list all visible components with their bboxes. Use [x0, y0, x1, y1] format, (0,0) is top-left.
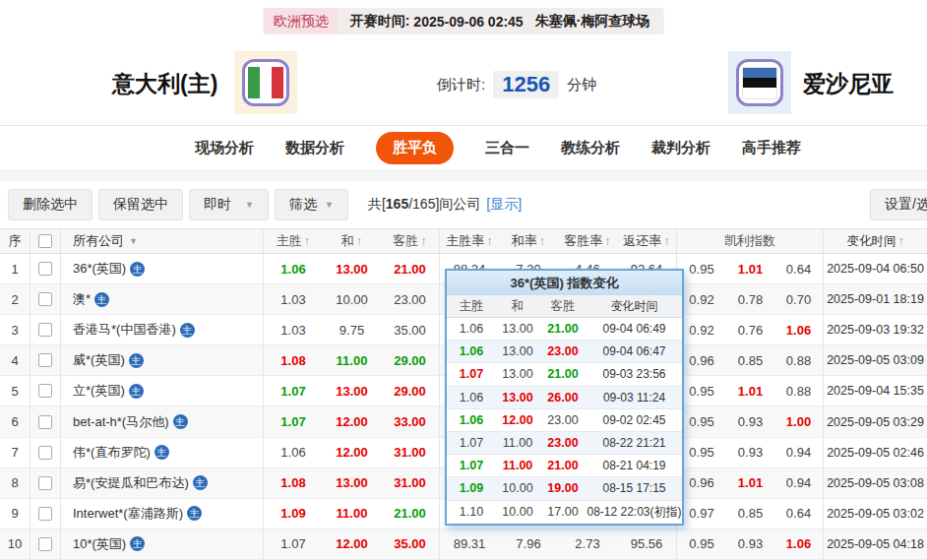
checkbox-icon[interactable]	[38, 384, 52, 398]
match-info-bar: 欧洲预选 开赛时间: 2025-09-06 02:45 朱塞佩·梅阿查球场	[264, 8, 664, 34]
main-company-badge-icon: 主	[187, 506, 202, 521]
checkbox-icon[interactable]	[38, 234, 52, 248]
kelly-cells: 0.95 1.01 0.64	[677, 254, 824, 283]
draw-odds: 11.00	[323, 353, 381, 368]
checkbox-icon[interactable]	[38, 262, 52, 276]
kelly-away: 0.94	[774, 445, 823, 460]
delete-selected-button[interactable]: 删除选中	[8, 189, 93, 220]
company-name: bet-at-h*(马尔他)	[73, 413, 169, 431]
company-name: 香港马*(中国香港)	[73, 321, 176, 339]
hist-home-odds: 1.06	[447, 391, 496, 404]
kelly-home: 0.95	[677, 262, 726, 277]
kelly-away: 1.06	[774, 536, 823, 551]
company-cell[interactable]: 立*(英国) 主	[61, 376, 264, 405]
checkbox-icon[interactable]	[38, 353, 52, 367]
filter-dropdown[interactable]: 筛选 ▼	[275, 189, 348, 220]
hist-away-odds: 21.00	[539, 459, 587, 472]
kelly-cells: 0.95 0.93 1.00	[677, 406, 824, 436]
company-cell[interactable]: 威*(英国) 主	[61, 345, 264, 375]
checkbox-icon[interactable]	[38, 446, 52, 460]
header-home-odds[interactable]: 主胜↑	[264, 232, 323, 250]
home-odds: 1.03	[264, 323, 323, 338]
away-team-flag	[728, 51, 791, 114]
odds-cells: 1.09 11.00 21.00	[264, 499, 440, 529]
main-company-badge-icon: 主	[193, 475, 208, 490]
home-odds: 1.07	[264, 414, 323, 429]
row-number: 5	[0, 376, 31, 405]
checkbox-icon[interactable]	[38, 292, 52, 306]
company-cell[interactable]: 10*(英国) 主	[61, 529, 264, 559]
row-select[interactable]	[31, 438, 61, 467]
away-odds: 21.00	[381, 506, 439, 521]
main-company-badge-icon: 主	[154, 445, 169, 460]
sort-asc-icon: ↑	[604, 233, 611, 248]
nav-tab[interactable]: 现场分析	[195, 139, 254, 157]
header-home-rate[interactable]: 主胜率↑	[440, 232, 499, 250]
settings-select-button[interactable]: 设置/选择	[870, 189, 927, 220]
odds-cells: 1.07 12.00 35.00	[264, 529, 440, 559]
return-rate: 95.56	[617, 536, 676, 551]
nav-tab[interactable]: 胜平负	[376, 132, 454, 164]
nav-tab[interactable]: 裁判分析	[651, 139, 711, 157]
company-name: 威*(英国)	[73, 351, 125, 369]
header-draw-rate[interactable]: 和率↑	[499, 232, 558, 250]
main-company-badge-icon: 主	[180, 323, 195, 338]
kelly-away: 0.70	[774, 292, 823, 307]
kelly-cells: 0.96 0.85 0.88	[677, 345, 824, 375]
row-select[interactable]	[31, 406, 61, 436]
kelly-draw: 0.93	[726, 445, 774, 460]
odds-cells: 1.08 11.00 29.00	[264, 345, 440, 375]
away-odds: 33.00	[381, 414, 439, 429]
row-number: 7	[0, 438, 31, 467]
hist-change-time: 09-04 06:47	[587, 344, 682, 358]
company-cell[interactable]: 香港马*(中国香港) 主	[61, 315, 264, 344]
company-cell[interactable]: Interwet*(塞浦路斯) 主	[61, 499, 264, 529]
row-select[interactable]	[31, 499, 61, 529]
row-select[interactable]	[31, 345, 61, 375]
row-select[interactable]	[31, 468, 61, 498]
nav-tab[interactable]: 教练分析	[561, 139, 620, 157]
italy-flag-icon	[242, 59, 289, 106]
checkbox-icon[interactable]	[38, 537, 52, 551]
countdown-unit: 分钟	[567, 76, 596, 94]
row-number: 3	[0, 315, 31, 344]
row-select[interactable]	[31, 315, 61, 344]
live-odds-dropdown[interactable]: 即时 ▼	[189, 189, 269, 220]
checkbox-icon[interactable]	[38, 323, 52, 337]
company-cell[interactable]: bet-at-h*(马尔他) 主	[61, 406, 264, 436]
row-select[interactable]	[31, 376, 61, 405]
nav-tab[interactable]: 数据分析	[285, 139, 344, 157]
checkbox-icon[interactable]	[38, 415, 52, 429]
popup-body: 1.06 13.00 21.00 09-04 06:49 1.06 13.00 …	[447, 318, 682, 524]
table-toolbar: 删除选中 保留选中 即时 ▼ 筛选 ▼ 共[165/165]间公司 [显示] 设…	[0, 181, 927, 228]
header-return-rate[interactable]: 返还率↑	[617, 232, 676, 250]
checkbox-icon[interactable]	[38, 476, 52, 490]
hist-home-odds: 1.09	[447, 481, 496, 495]
change-time: 2025-09-05 03:02	[824, 507, 927, 521]
header-away-rate[interactable]: 客胜率↑	[558, 232, 617, 250]
nav-tab[interactable]: 高手推荐	[742, 139, 801, 157]
kelly-home: 0.95	[677, 414, 726, 429]
home-odds: 1.07	[264, 384, 323, 399]
row-select[interactable]	[31, 529, 61, 559]
nav-tab[interactable]: 三合一	[485, 139, 529, 157]
row-select[interactable]	[31, 254, 61, 283]
header-select-all[interactable]	[31, 229, 61, 253]
company-cell[interactable]: 澳* 主	[61, 284, 264, 314]
header-company[interactable]: 所有公司 ▼	[61, 229, 264, 253]
company-cell[interactable]: 易*(安提瓜和巴布达) 主	[61, 468, 264, 498]
keep-selected-button[interactable]: 保留选中	[98, 189, 183, 220]
hist-draw-odds: 13.00	[496, 344, 539, 358]
company-cell[interactable]: 36*(英国) 主	[61, 254, 264, 283]
kelly-cells: 0.97 0.85 0.64	[677, 499, 824, 529]
header-change-time[interactable]: 变化时间↑	[824, 233, 927, 250]
hist-draw-odds: 11.00	[496, 459, 539, 472]
draw-rate: 7.96	[499, 536, 558, 551]
hist-draw-odds: 12.00	[496, 413, 539, 427]
row-select[interactable]	[31, 284, 61, 314]
header-away-odds[interactable]: 客胜↑	[381, 232, 439, 250]
header-draw-odds[interactable]: 和↑	[323, 232, 381, 250]
checkbox-icon[interactable]	[38, 507, 52, 521]
show-link[interactable]: [显示]	[486, 196, 522, 214]
company-cell[interactable]: 伟*(直布罗陀) 主	[61, 438, 264, 467]
